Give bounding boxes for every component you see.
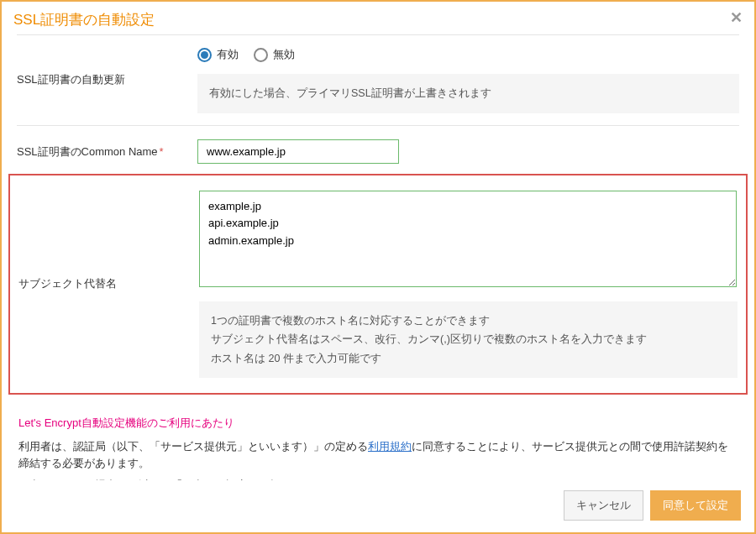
label-san: サブジェクト代替名 xyxy=(18,276,182,291)
san-hint-line-1: 1つの証明書で複数のホスト名に対応することができます xyxy=(211,312,726,331)
ssl-auto-config-dialog: SSL証明書の自動設定 ✕ SSL証明書の自動更新 有効 無効 有効にした場合、… xyxy=(0,0,756,534)
autorenew-radio-group: 有効 無効 xyxy=(197,47,739,62)
san-hint-line-3: ホスト名は 20 件まで入力可能です xyxy=(211,349,726,369)
row-san: サブジェクト代替名 1つの証明書で複数のホスト名に対応することができます サブジ… xyxy=(18,179,738,390)
required-mark: * xyxy=(160,145,164,158)
close-icon[interactable]: ✕ xyxy=(730,10,743,25)
control-autorenew: 有効 無効 有効にした場合、プライマリSSL証明書が上書きされます xyxy=(197,47,739,113)
control-san: 1つの証明書で複数のホスト名に対応することができます サブジェクト代替名はスペー… xyxy=(199,191,738,379)
row-common-name: SSL証明書のCommon Name* xyxy=(17,125,739,174)
row-autorenew: SSL証明書の自動更新 有効 無効 有効にした場合、プライマリSSL証明書が上書… xyxy=(17,34,739,125)
autorenew-hint: 有効にした場合、プライマリSSL証明書が上書きされます xyxy=(197,74,739,113)
dialog-title: SSL証明書の自動設定 xyxy=(13,10,155,29)
dialog-body: SSL証明書の自動更新 有効 無効 有効にした場合、プライマリSSL証明書が上書… xyxy=(2,34,754,480)
notice-section: Let's Encrypt自動設定機能のご利用にあたり 利用者は、認証局（以下、… xyxy=(17,406,739,480)
notice-title: Let's Encrypt自動設定機能のご利用にあたり xyxy=(18,415,738,432)
dialog-footer: キャンセル 同意して設定 xyxy=(2,480,754,532)
notice-p1: 利用者は、認証局（以下、「サービス提供元」といいます）」の定める利用規約に同意す… xyxy=(18,438,738,472)
cancel-button[interactable]: キャンセル xyxy=(564,490,643,521)
control-common-name xyxy=(197,139,739,164)
label-common-name-text: SSL証明書のCommon Name xyxy=(17,145,158,158)
san-highlight-frame: サブジェクト代替名 1つの証明書で複数のホスト名に対応することができます サブジ… xyxy=(8,174,748,395)
radio-disabled-label: 無効 xyxy=(273,47,295,62)
radio-icon-checked xyxy=(197,48,212,62)
submit-button[interactable]: 同意して設定 xyxy=(650,490,741,521)
san-hint: 1つの証明書で複数のホスト名に対応することができます サブジェクト代替名はスペー… xyxy=(199,301,738,379)
radio-icon-unchecked xyxy=(254,48,268,62)
radio-disabled[interactable]: 無効 xyxy=(254,47,295,62)
radio-enabled[interactable]: 有効 xyxy=(197,47,239,62)
label-autorenew: SSL証明書の自動更新 xyxy=(17,72,181,87)
notice-p1a: 利用者は、認証局（以下、「サービス提供元」といいます）」の定める xyxy=(18,440,368,453)
radio-enabled-label: 有効 xyxy=(217,47,239,62)
common-name-input[interactable] xyxy=(197,139,399,164)
san-hint-line-2: サブジェクト代替名はスペース、改行、カンマ(,)区切りで複数のホスト名を入力でき… xyxy=(211,330,726,349)
san-textarea[interactable] xyxy=(199,191,737,287)
dialog-header: SSL証明書の自動設定 ✕ xyxy=(2,2,754,34)
label-common-name: SSL証明書のCommon Name* xyxy=(17,143,181,160)
tos-link[interactable]: 利用規約 xyxy=(368,440,412,453)
